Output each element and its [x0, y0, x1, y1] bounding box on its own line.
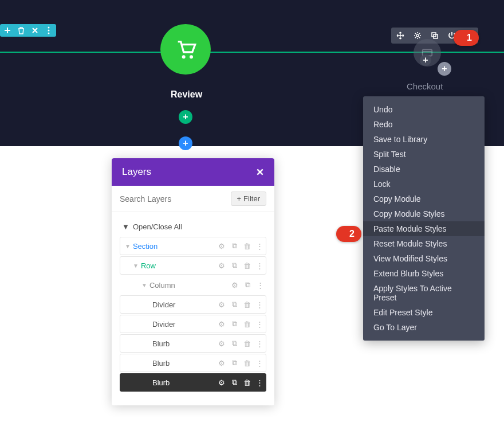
- item-label: Blurb: [152, 359, 218, 368]
- context-menu-item[interactable]: Undo: [363, 102, 485, 117]
- trash-icon[interactable]: [17, 26, 25, 34]
- layer-item[interactable]: Divider ⚙ ⧉ 🗑 ⋮: [120, 295, 266, 314]
- layer-column[interactable]: ▼ Column ⚙ ⧉ ⋮: [120, 276, 266, 294]
- chevron-down-icon: ▼: [122, 222, 129, 231]
- layers-header: Layers: [112, 158, 274, 186]
- trash-icon[interactable]: 🗑: [243, 300, 251, 308]
- duplicate-icon[interactable]: ⧉: [230, 261, 238, 269]
- item-label: Divider: [152, 300, 218, 309]
- context-menu-item[interactable]: Go To Layer: [363, 320, 485, 335]
- add-inner-button[interactable]: +: [420, 54, 431, 66]
- row-toolbar-left: [0, 24, 56, 37]
- filter-button[interactable]: + Filter: [231, 191, 266, 206]
- layers-title: Layers: [122, 166, 151, 178]
- callout-1: 1: [454, 30, 479, 46]
- gear-icon[interactable]: ⚙: [218, 242, 226, 250]
- svg-point-2: [48, 33, 50, 34]
- close-icon[interactable]: [256, 168, 264, 176]
- layer-section[interactable]: ▼ Section ⚙ ⧉ 🗑 ⋮: [120, 237, 266, 255]
- more-icon[interactable]: ⋮: [255, 242, 263, 250]
- trash-icon[interactable]: 🗑: [243, 261, 251, 269]
- gear-icon[interactable]: ⚙: [218, 339, 226, 347]
- context-menu-item[interactable]: Apply Styles To Active Preset: [363, 281, 485, 305]
- review-label: Review: [171, 89, 202, 100]
- context-menu-item[interactable]: Extend Blurb Styles: [363, 266, 485, 281]
- duplicate-icon[interactable]: ⧉: [230, 378, 238, 386]
- svg-point-10: [190, 55, 193, 58]
- svg-point-1: [48, 30, 50, 32]
- more-icon[interactable]: ⋮: [255, 359, 263, 367]
- review-blurb-icon[interactable]: [160, 24, 211, 75]
- context-menu-item[interactable]: Split Test: [363, 147, 485, 162]
- row-label: Row: [141, 261, 218, 270]
- context-menu-item[interactable]: View Modified Styles: [363, 251, 485, 266]
- chevron-down-icon: ▼: [125, 243, 131, 249]
- duplicate-icon[interactable]: ⧉: [230, 339, 238, 347]
- duplicate-icon[interactable]: ⧉: [230, 320, 238, 328]
- gear-icon[interactable]: ⚙: [218, 320, 226, 328]
- close-icon[interactable]: [31, 26, 39, 34]
- item-label: Blurb: [152, 339, 218, 348]
- trash-icon[interactable]: 🗑: [243, 359, 251, 367]
- callout-2: 2: [336, 226, 361, 242]
- more-icon[interactable]: ⋮: [256, 281, 264, 289]
- layer-item[interactable]: Blurb ⚙ ⧉ 🗑 ⋮: [120, 373, 266, 392]
- more-icon[interactable]: ⋮: [255, 261, 263, 269]
- layer-item[interactable]: Blurb ⚙ ⧉ 🗑 ⋮: [120, 354, 266, 372]
- duplicate-icon[interactable]: ⧉: [243, 281, 251, 289]
- more-icon[interactable]: ⋮: [255, 320, 263, 328]
- gear-icon[interactable]: ⚙: [218, 359, 226, 367]
- filter-label: Filter: [243, 194, 260, 203]
- add-row-button[interactable]: +: [179, 136, 192, 150]
- trash-icon[interactable]: 🗑: [243, 320, 251, 328]
- move-icon[interactable]: [396, 31, 405, 40]
- more-icon[interactable]: ⋮: [255, 378, 263, 386]
- duplicate-icon[interactable]: ⧉: [230, 300, 238, 308]
- layers-search-bar: + Filter: [112, 186, 274, 212]
- layer-item[interactable]: Blurb ⚙ ⧉ 🗑 ⋮: [120, 334, 266, 353]
- duplicate-icon[interactable]: ⧉: [230, 242, 238, 250]
- context-menu-item[interactable]: Reset Module Styles: [363, 236, 485, 251]
- context-menu-item[interactable]: Disable: [363, 162, 485, 177]
- more-icon[interactable]: [45, 26, 53, 34]
- svg-point-9: [182, 55, 186, 58]
- chevron-down-icon: ▼: [133, 263, 139, 269]
- duplicate-icon[interactable]: ⧉: [230, 359, 238, 367]
- cart-icon: [174, 38, 197, 61]
- svg-point-3: [416, 34, 419, 37]
- context-menu-item[interactable]: Lock: [363, 177, 485, 191]
- context-menu-item[interactable]: Save to Library: [363, 132, 485, 147]
- more-icon[interactable]: ⋮: [255, 300, 263, 308]
- trash-icon[interactable]: 🗑: [243, 242, 251, 250]
- add-column-button[interactable]: +: [438, 62, 451, 76]
- section-label: Section: [133, 242, 218, 251]
- column-label: Column: [149, 281, 231, 290]
- open-all-label: Open/Close All: [133, 222, 182, 231]
- add-module-button[interactable]: +: [179, 110, 192, 124]
- layer-row[interactable]: ▼ Row ⚙ ⧉ 🗑 ⋮: [120, 256, 266, 275]
- add-icon[interactable]: [3, 26, 11, 34]
- duplicate-icon[interactable]: [430, 31, 439, 40]
- search-input[interactable]: [120, 194, 231, 204]
- context-menu: UndoRedoSave to LibrarySplit TestDisable…: [363, 96, 485, 341]
- context-menu-item[interactable]: Copy Module: [363, 191, 485, 206]
- layer-item[interactable]: Divider ⚙ ⧉ 🗑 ⋮: [120, 315, 266, 333]
- context-menu-item[interactable]: Paste Module Styles: [363, 221, 485, 236]
- gear-icon[interactable]: ⚙: [218, 378, 226, 386]
- svg-point-0: [48, 27, 50, 29]
- checkout-label: Checkout: [407, 81, 443, 91]
- gear-icon[interactable]: ⚙: [218, 261, 226, 269]
- open-close-all[interactable]: ▼ Open/Close All: [120, 218, 266, 237]
- context-menu-item[interactable]: Edit Preset Style: [363, 305, 485, 320]
- gear-icon[interactable]: ⚙: [231, 281, 239, 289]
- trash-icon[interactable]: 🗑: [243, 378, 251, 386]
- gear-icon[interactable]: [413, 31, 422, 40]
- more-icon[interactable]: ⋮: [255, 339, 263, 347]
- layers-panel: Layers + Filter ▼ Open/Close All ▼ Secti…: [112, 158, 274, 405]
- chevron-down-icon: ▼: [141, 282, 147, 288]
- context-menu-item[interactable]: Redo: [363, 117, 485, 132]
- item-label: Blurb: [152, 378, 218, 387]
- trash-icon[interactable]: 🗑: [243, 339, 251, 347]
- gear-icon[interactable]: ⚙: [218, 300, 226, 308]
- context-menu-item[interactable]: Copy Module Styles: [363, 206, 485, 221]
